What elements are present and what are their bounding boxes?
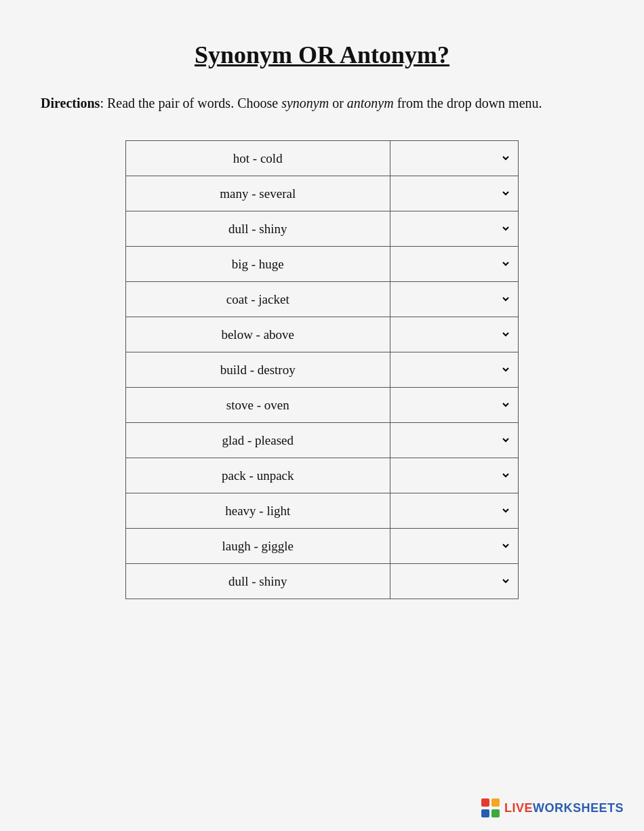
directions-colon: : Read the pair of words. Choose	[100, 96, 281, 110]
word-pair-cell: laugh - giggle	[126, 529, 390, 564]
answer-select[interactable]: synonymantonym	[397, 290, 512, 308]
answer-select[interactable]: synonymantonym	[397, 537, 512, 555]
answer-dropdown-cell[interactable]: synonymantonym	[390, 352, 519, 388]
table-row: big - hugesynonymantonym	[126, 247, 519, 282]
answer-dropdown-cell[interactable]: synonymantonym	[390, 493, 519, 529]
table-row: dull - shinysynonymantonym	[126, 211, 519, 247]
answer-dropdown-cell[interactable]: synonymantonym	[390, 388, 519, 423]
answer-select[interactable]: synonymantonym	[397, 572, 512, 590]
directions-synonym: synonym	[281, 96, 329, 110]
answer-select[interactable]: synonymantonym	[397, 255, 512, 273]
answer-select[interactable]: synonymantonym	[397, 361, 512, 379]
answer-select[interactable]: synonymantonym	[397, 502, 512, 520]
page-title: Synonym OR Antonym?	[41, 41, 603, 69]
word-pair-cell: big - huge	[126, 247, 390, 282]
word-pair-cell: dull - shiny	[126, 564, 390, 599]
word-pair-cell: hot - cold	[126, 141, 390, 176]
logo-worksheets: WORKSHEETS	[533, 801, 624, 815]
word-pair-table: hot - coldsynonymantonymmany - severalsy…	[125, 140, 519, 599]
word-pair-cell: many - several	[126, 176, 390, 211]
logo-text: LIVEWORKSHEETS	[504, 801, 624, 815]
answer-select[interactable]: synonymantonym	[397, 396, 512, 414]
logo-sq-green	[491, 809, 500, 817]
table-row: coat - jacketsynonymantonym	[126, 282, 519, 317]
liveworksheets-logo: LIVEWORKSHEETS	[481, 798, 624, 817]
word-pair-cell: glad - pleased	[126, 423, 390, 458]
answer-dropdown-cell[interactable]: synonymantonym	[390, 211, 519, 247]
answer-dropdown-cell[interactable]: synonymantonym	[390, 458, 519, 493]
answer-dropdown-cell[interactable]: synonymantonym	[390, 247, 519, 282]
table-row: many - severalsynonymantonym	[126, 176, 519, 211]
table-row: hot - coldsynonymantonym	[126, 141, 519, 176]
answer-dropdown-cell[interactable]: synonymantonym	[390, 423, 519, 458]
word-pair-cell: heavy - light	[126, 493, 390, 529]
table-row: heavy - lightsynonymantonym	[126, 493, 519, 529]
directions-antonym: antonym	[347, 96, 394, 110]
directions-end: from the drop down menu.	[394, 96, 542, 110]
word-pair-cell: dull - shiny	[126, 211, 390, 247]
table-row: below - abovesynonymantonym	[126, 317, 519, 352]
directions-text: Directions: Read the pair of words. Choo…	[41, 93, 603, 113]
answer-dropdown-cell[interactable]: synonymantonym	[390, 529, 519, 564]
logo-live: LIVE	[504, 801, 533, 815]
word-pair-cell: stove - oven	[126, 388, 390, 423]
answer-dropdown-cell[interactable]: synonymantonym	[390, 564, 519, 599]
logo-icon	[481, 798, 500, 817]
answer-dropdown-cell[interactable]: synonymantonym	[390, 176, 519, 211]
table-row: stove - ovensynonymantonym	[126, 388, 519, 423]
word-pair-table-container: hot - coldsynonymantonymmany - severalsy…	[41, 140, 603, 599]
table-row: dull - shinysynonymantonym	[126, 564, 519, 599]
table-row: build - destroysynonymantonym	[126, 352, 519, 388]
table-row: pack - unpacksynonymantonym	[126, 458, 519, 493]
answer-dropdown-cell[interactable]: synonymantonym	[390, 141, 519, 176]
logo-sq-blue	[481, 809, 489, 817]
answer-select[interactable]: synonymantonym	[397, 184, 512, 203]
word-pair-cell: below - above	[126, 317, 390, 352]
directions-or: or	[329, 96, 347, 110]
answer-select[interactable]: synonymantonym	[397, 466, 512, 485]
word-pair-cell: pack - unpack	[126, 458, 390, 493]
logo-sq-red	[481, 798, 489, 807]
answer-dropdown-cell[interactable]: synonymantonym	[390, 282, 519, 317]
table-row: glad - pleasedsynonymantonym	[126, 423, 519, 458]
table-row: laugh - gigglesynonymantonym	[126, 529, 519, 564]
word-pair-cell: build - destroy	[126, 352, 390, 388]
directions-bold: Directions	[41, 96, 100, 110]
logo-sq-yellow	[491, 798, 500, 807]
answer-select[interactable]: synonymantonym	[397, 149, 512, 167]
answer-select[interactable]: synonymantonym	[397, 431, 512, 449]
answer-dropdown-cell[interactable]: synonymantonym	[390, 317, 519, 352]
answer-select[interactable]: synonymantonym	[397, 220, 512, 238]
answer-select[interactable]: synonymantonym	[397, 325, 512, 344]
word-pair-cell: coat - jacket	[126, 282, 390, 317]
